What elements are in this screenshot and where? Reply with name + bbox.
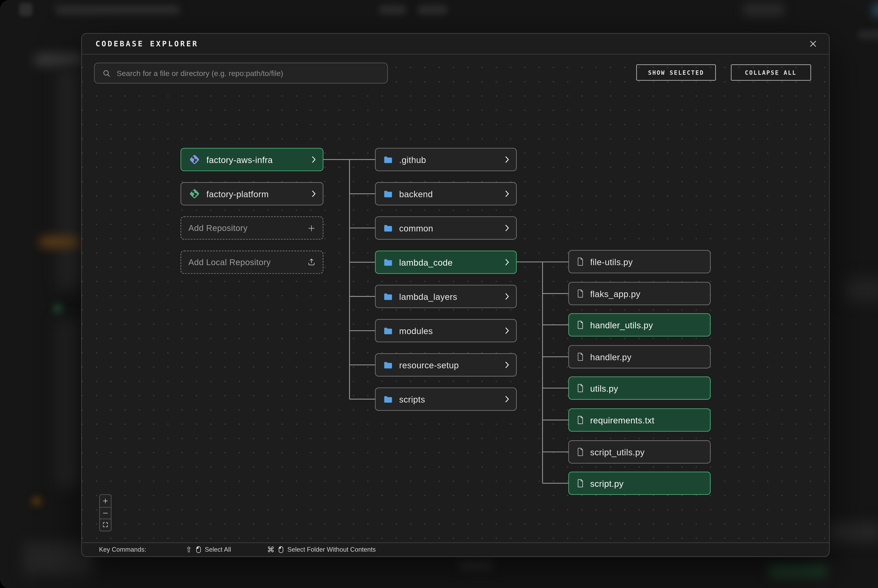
- bg-left-green-dot: [53, 304, 63, 313]
- bg-right-mid-blob: [845, 279, 878, 302]
- file-label: flaks_app.py: [590, 289, 703, 298]
- git-repo-icon: [188, 154, 200, 165]
- modal-header: CODEBASE EXPLORER: [82, 34, 829, 55]
- bg-left-header-blob: [34, 53, 83, 66]
- folder-label: modules: [399, 326, 498, 336]
- close-button[interactable]: [806, 36, 821, 51]
- file-icon: [576, 383, 584, 393]
- folder-icon: [383, 361, 392, 369]
- folder-node-resource-setup[interactable]: resource-setup: [375, 353, 516, 376]
- folder-icon: [383, 395, 392, 404]
- folder-icon: [383, 258, 392, 267]
- key-commands-label: Key Commands:: [99, 546, 146, 553]
- folder-icon: [383, 189, 392, 198]
- bg-window-title: [55, 5, 180, 15]
- file-node-file-utils[interactable]: file-utils.py: [568, 250, 710, 273]
- mouse-click-icon: [278, 546, 284, 553]
- file-label: requirements.txt: [590, 415, 703, 425]
- screenshot-root: CODEBASE EXPLORER: [0, 0, 878, 588]
- repo-node-factory-aws-infra[interactable]: factory-aws-infra: [180, 148, 323, 171]
- bg-left-orange-dot: [39, 237, 80, 247]
- show-selected-button[interactable]: SHOW SELECTED: [636, 64, 716, 81]
- folder-label: .github: [399, 154, 498, 164]
- chevron-right-icon: [505, 224, 509, 231]
- dimmed-app-background: CODEBASE EXPLORER: [0, 0, 878, 588]
- collapse-all-button[interactable]: COLLAPSE ALL: [731, 64, 811, 81]
- bg-left-rows-1: [58, 70, 83, 290]
- git-repo-icon: [188, 188, 200, 200]
- bg-topright-streaks: [743, 3, 784, 16]
- folder-node-scripts[interactable]: scripts: [375, 387, 516, 411]
- zoom-out-button[interactable]: [99, 507, 111, 519]
- file-icon: [576, 478, 584, 488]
- close-icon: [809, 39, 818, 48]
- file-label: handler_utils.py: [590, 320, 703, 330]
- file-label: file-utils.py: [590, 257, 703, 267]
- folder-label: backend: [399, 189, 498, 199]
- add-local-repository-button[interactable]: Add Local Repository: [180, 250, 323, 274]
- folder-node-common[interactable]: common: [375, 216, 516, 240]
- chevron-right-icon: [311, 190, 316, 197]
- bg-left-rows-2: [57, 319, 80, 487]
- mouse-click-icon: [195, 546, 201, 553]
- folder-node-lambda-code[interactable]: lambda_code: [375, 250, 516, 274]
- add-repository-label: Add Repository: [188, 224, 301, 232]
- bg-app-icon: [19, 3, 33, 16]
- file-node-flaks-app[interactable]: flaks_app.py: [568, 282, 710, 305]
- folder-icon: [383, 224, 392, 232]
- file-label: handler.py: [590, 352, 703, 362]
- folder-label: common: [399, 223, 498, 233]
- search-input[interactable]: [117, 69, 380, 78]
- folder-icon: [383, 155, 392, 164]
- folder-node-modules[interactable]: modules: [375, 319, 516, 342]
- folder-label: lambda_code: [399, 257, 498, 267]
- minus-icon: [102, 510, 108, 516]
- bg-left-orange-dot-2: [32, 496, 41, 506]
- chevron-right-icon: [505, 396, 509, 403]
- file-node-utils[interactable]: utils.py: [568, 376, 710, 400]
- bg-bottomright-green-button: [769, 564, 827, 578]
- file-node-script[interactable]: script.py: [568, 472, 710, 495]
- file-node-requirements[interactable]: requirements.txt: [568, 408, 710, 432]
- bg-topright-blue-button: [872, 3, 878, 17]
- chevron-right-icon: [311, 156, 316, 163]
- file-label: script_utils.py: [590, 447, 703, 457]
- zoom-in-button[interactable]: [99, 495, 111, 507]
- explorer-canvas[interactable]: SHOW SELECTED COLLAPSE ALL factor: [82, 55, 829, 542]
- file-node-handler[interactable]: handler.py: [568, 345, 710, 368]
- file-icon: [576, 447, 584, 457]
- plus-icon: [102, 498, 108, 504]
- bg-bottomright-blob: [824, 522, 878, 542]
- file-icon: [576, 289, 584, 298]
- folder-node-backend[interactable]: backend: [375, 182, 516, 205]
- chevron-right-icon: [505, 190, 509, 197]
- repo-label: factory-platform: [206, 189, 305, 199]
- folder-label: scripts: [399, 394, 498, 404]
- fit-view-button[interactable]: [99, 519, 111, 531]
- bg-topright-icons: [858, 30, 878, 39]
- add-repository-button[interactable]: Add Repository: [180, 216, 323, 240]
- shortcut-label: Select Folder Without Contents: [287, 546, 376, 553]
- shift-key-icon: ⇧: [186, 546, 192, 553]
- shortcut-select-all: ⇧ Select All: [186, 546, 231, 553]
- repo-label: factory-aws-infra: [206, 154, 305, 164]
- file-node-handler-utils[interactable]: handler_utils.py: [568, 313, 710, 336]
- command-key-icon: ⌘: [267, 546, 275, 553]
- chevron-right-icon: [505, 293, 509, 300]
- modal-title: CODEBASE EXPLORER: [96, 39, 198, 48]
- file-node-script-utils[interactable]: script_utils.py: [568, 440, 710, 464]
- file-label: utils.py: [590, 383, 703, 393]
- canvas-zoom-controls: [99, 494, 111, 531]
- file-icon: [576, 320, 584, 330]
- search-box: [94, 63, 388, 84]
- bg-bottom-center-pill: [459, 560, 493, 570]
- chevron-right-icon: [505, 259, 509, 266]
- file-label: script.py: [590, 478, 703, 488]
- folder-node-github[interactable]: .github: [375, 148, 516, 171]
- fit-view-icon: [102, 522, 108, 528]
- repo-node-factory-platform[interactable]: factory-platform: [180, 182, 323, 205]
- chevron-right-icon: [505, 327, 509, 334]
- folder-node-lambda-layers[interactable]: lambda_layers: [375, 285, 516, 308]
- folder-icon: [383, 292, 392, 301]
- folder-label: resource-setup: [399, 360, 498, 370]
